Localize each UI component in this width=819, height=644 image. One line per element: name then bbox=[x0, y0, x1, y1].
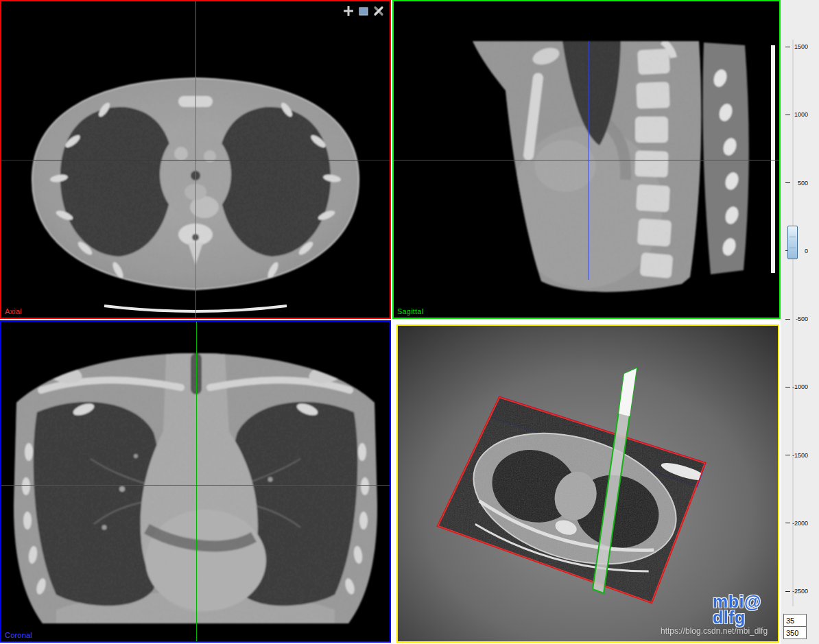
window-width-input[interactable] bbox=[783, 626, 807, 639]
coronal-view: Coronal bbox=[0, 320, 391, 643]
window-level-panel bbox=[783, 614, 807, 639]
coronal-image[interactable] bbox=[1, 322, 390, 641]
volume-3d-view bbox=[396, 324, 779, 643]
level-scale: 150010005000-500-1000-1500-2000-2500 bbox=[781, 0, 819, 644]
scale-tick: 1000 bbox=[781, 110, 808, 119]
volume-3d-scene[interactable] bbox=[398, 326, 778, 641]
sagittal-crosshair-horizontal[interactable] bbox=[394, 160, 779, 160]
scale-tick: 500 bbox=[781, 179, 808, 187]
axial-view-label: Axial bbox=[5, 307, 22, 315]
axial-crosshair-horizontal[interactable] bbox=[1, 160, 390, 160]
scale-tick: 1500 bbox=[781, 43, 808, 51]
mpr-viewer-window: Axial bbox=[0, 0, 819, 644]
scale-tick: -1500 bbox=[781, 451, 808, 460]
tools-icon[interactable] bbox=[373, 5, 384, 16]
coronal-crosshair-horizontal[interactable] bbox=[1, 485, 390, 486]
level-slider-handle[interactable] bbox=[787, 226, 798, 259]
axial-corner-toolbar bbox=[343, 5, 384, 16]
crosshair-icon[interactable] bbox=[343, 5, 354, 16]
coronal-view-label: Coronal bbox=[5, 631, 32, 639]
axial-view: Axial bbox=[0, 0, 391, 319]
sagittal-view-label: Sagittal bbox=[397, 307, 423, 315]
scale-tick: -1000 bbox=[781, 383, 808, 391]
coronal-crosshair-vertical[interactable] bbox=[196, 322, 197, 641]
scale-tick: -2000 bbox=[781, 519, 808, 527]
sagittal-crosshair-vertical[interactable] bbox=[589, 41, 589, 280]
scale-tick: -500 bbox=[781, 315, 808, 323]
window-level-input[interactable] bbox=[783, 614, 807, 627]
scale-tick: -2500 bbox=[781, 587, 808, 595]
sagittal-view: Sagittal bbox=[392, 0, 781, 319]
layout-icon[interactable] bbox=[358, 5, 369, 16]
